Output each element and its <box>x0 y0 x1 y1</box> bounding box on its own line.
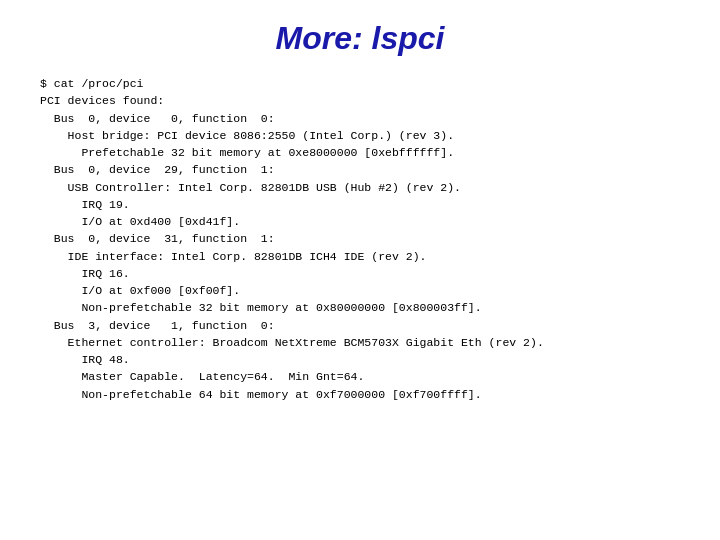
page-container: More: lspci $ cat /proc/pci PCI devices … <box>0 0 720 540</box>
terminal-output: $ cat /proc/pci PCI devices found: Bus 0… <box>40 75 680 403</box>
page-title: More: lspci <box>276 20 445 57</box>
